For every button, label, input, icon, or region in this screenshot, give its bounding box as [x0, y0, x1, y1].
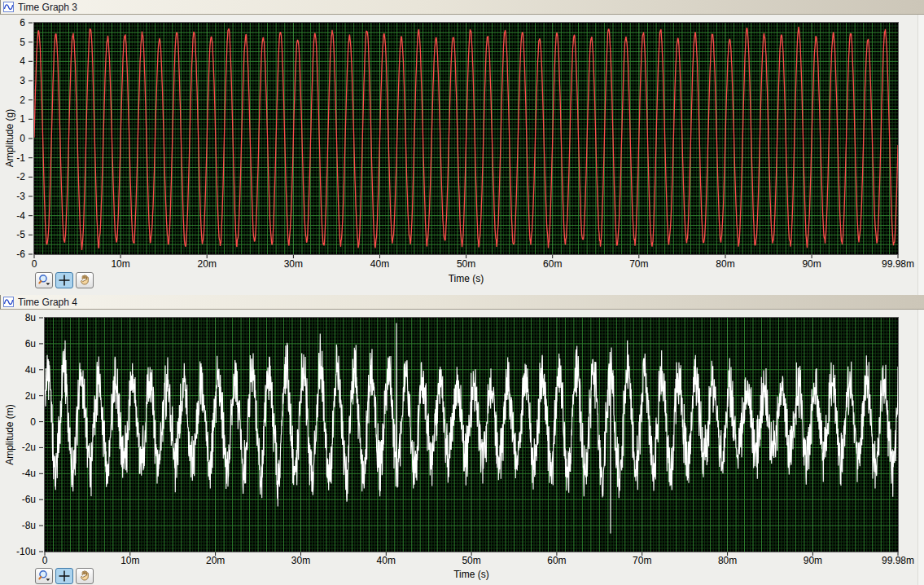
zoom-tool-button[interactable]	[35, 272, 53, 288]
x-tick-label: 99.98m	[864, 258, 924, 270]
y-tick-label: 8u	[0, 312, 36, 323]
y-tick-label: -5	[0, 229, 25, 240]
x-tick-label: 70m	[605, 258, 673, 270]
y-tick-label: 6	[0, 17, 25, 29]
x-tick-label: 99.98m	[864, 555, 924, 566]
graph-3-plot-area[interactable]	[0, 0, 924, 295]
waveform-app-window: Time Graph 3 Amplitude (g) Time (s) 6543…	[0, 0, 924, 585]
cursor-tool-button[interactable]	[55, 568, 73, 584]
x-tick-label: 10m	[86, 258, 155, 270]
time-graph-3-panel: Time Graph 3 Amplitude (g) Time (s) 6543…	[0, 0, 924, 295]
y-tick-label: -1	[0, 152, 25, 164]
y-tick-label: 1	[0, 113, 25, 125]
y-tick-label: -2	[0, 171, 25, 183]
x-tick-label: 40m	[345, 258, 414, 270]
zoom-tool-button[interactable]	[35, 568, 53, 584]
y-tick-label: -6u	[0, 494, 36, 505]
x-tick-label: 80m	[691, 258, 760, 270]
x-tick-label: 90m	[778, 555, 847, 566]
y-tick-label: -4	[0, 210, 25, 222]
x-tick-label: 40m	[352, 555, 420, 566]
graph-palette	[35, 272, 94, 288]
magnifier-icon	[37, 570, 51, 583]
y-tick-label: 0	[0, 133, 25, 144]
x-tick-label: 50m	[437, 555, 506, 566]
x-tick-label: 60m	[519, 258, 587, 270]
x-tick-label: 10m	[96, 555, 164, 566]
graph-palette	[35, 568, 94, 584]
crosshair-icon	[58, 570, 71, 583]
y-tick-label: 4	[0, 55, 25, 67]
right-strip	[917, 310, 924, 585]
x-tick-label: 90m	[777, 258, 846, 270]
x-axis-title: Time (s)	[430, 273, 503, 284]
x-tick-label: 0	[11, 555, 79, 566]
graph-4-plot-area[interactable]	[0, 295, 924, 585]
y-tick-label: 4u	[0, 364, 36, 376]
y-tick-label: 5	[0, 37, 25, 48]
crosshair-icon	[58, 274, 71, 287]
pan-tool-button[interactable]	[76, 272, 94, 288]
right-strip	[917, 15, 924, 295]
y-tick-label: 2u	[0, 390, 36, 402]
y-tick-label: 6u	[0, 338, 36, 350]
time-graph-4-panel: Time Graph 4 Amplitude (m) Time (s) 8u6u…	[0, 295, 924, 585]
y-tick-label: 0	[0, 416, 36, 428]
x-tick-label: 0	[0, 258, 68, 270]
pan-tool-button[interactable]	[76, 568, 94, 584]
cursor-tool-button[interactable]	[55, 272, 73, 288]
x-axis-title: Time (s)	[435, 569, 508, 580]
x-tick-label: 80m	[694, 555, 762, 566]
x-tick-label: 70m	[608, 555, 677, 566]
x-tick-label: 50m	[432, 258, 501, 270]
hand-icon	[78, 274, 91, 287]
x-tick-label: 20m	[182, 555, 250, 566]
x-tick-label: 30m	[266, 555, 335, 566]
y-tick-label: -3	[0, 191, 25, 202]
y-tick-label: 2	[0, 95, 25, 106]
y-tick-label: -8u	[0, 520, 36, 531]
x-tick-label: 20m	[173, 258, 241, 270]
y-tick-label: -2u	[0, 442, 36, 453]
x-tick-label: 60m	[523, 555, 591, 566]
y-tick-label: 3	[0, 75, 25, 86]
hand-icon	[78, 570, 91, 583]
magnifier-icon	[37, 274, 51, 287]
y-tick-label: -4u	[0, 468, 36, 479]
x-tick-label: 30m	[259, 258, 327, 270]
